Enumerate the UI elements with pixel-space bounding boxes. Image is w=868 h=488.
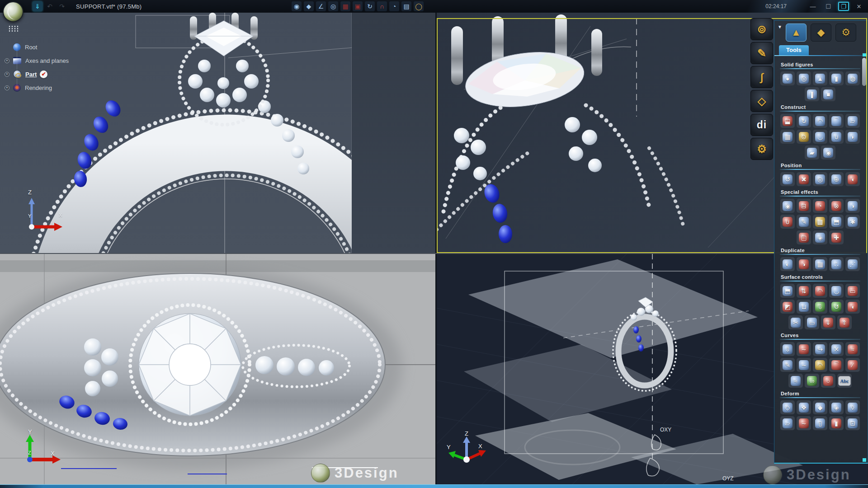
symmetry-icon[interactable]: ◑ [797,257,811,271]
sphere-icon[interactable]: ● [780,71,795,85]
maximize-button[interactable]: ☐ [823,2,834,11]
mirror-icon[interactable]: ◐ [780,257,795,271]
expand-plus-icon[interactable]: + [5,85,9,90]
cam-icon[interactable]: ◔ [389,1,399,11]
pattern-flower-icon[interactable]: ✱ [845,215,860,229]
roll-surface-icon[interactable]: ◖ [845,300,860,314]
cone-icon[interactable]: ▲ [813,71,827,85]
sketch-pencil-icon[interactable]: ✎ [750,42,773,64]
move-rotate-icon[interactable]: ↺ [780,172,795,186]
circle-curve-icon[interactable]: ○ [821,374,835,388]
magnet-icon[interactable]: ∩ [377,1,387,11]
repair-icon[interactable]: ✚ [829,230,844,244]
parametric-gears-icon[interactable]: ⚙ [750,138,773,160]
bounding-box-icon[interactable]: ⊡ [845,416,860,430]
outline-curve-icon[interactable]: ◠ [813,358,827,372]
save-download-icon[interactable]: ⇓ [33,1,42,11]
waves-icon[interactable]: ≈ [788,374,803,388]
deform-crumple-icon[interactable]: ❖ [797,400,811,414]
boolean-subtract-icon[interactable]: ◔ [813,199,827,213]
surface-intersect-icon[interactable]: ✕ [829,342,844,356]
ring-sizer-icon[interactable]: ◎ [328,1,338,11]
viewport-divider-horizontal[interactable] [0,253,868,254]
gem-tools-icon[interactable]: ◆ [811,23,831,42]
gold-ring-icon[interactable]: ◯ [414,1,424,11]
scatter-icon[interactable]: ∴ [829,257,844,271]
deform-spread-icon[interactable]: ◊ [845,400,860,414]
cut-scissors-icon[interactable]: ✂ [788,315,803,329]
twist-icon[interactable]: ↺ [829,300,844,314]
tree-grip-icon[interactable] [8,25,18,32]
cylinder-icon[interactable]: ▮ [829,71,844,85]
free-scale-icon[interactable]: ▢ [797,230,811,244]
panel-scrollbar[interactable] [862,52,866,455]
band-icon[interactable]: ▰ [805,145,819,160]
voronoi-icon[interactable]: ◈ [813,230,827,244]
sweep-icon[interactable]: ◠ [813,114,827,128]
text-curve-icon[interactable]: Abc [837,374,852,388]
caliper-measure-icon[interactable]: ∠ [316,1,326,11]
ring-positioner-icon[interactable]: ◎ [813,172,827,186]
freehand-curve-icon[interactable]: ∼ [797,358,811,372]
paint-deform-icon[interactable]: ✎ [797,215,811,229]
wrap-cube-icon[interactable]: ⬒ [780,284,795,298]
line-array-icon[interactable]: ⋰ [845,257,860,271]
push-cube-icon[interactable]: ⇩ [813,300,827,314]
project-curve-icon[interactable]: ⇩ [780,342,795,356]
cube-icon[interactable]: ■ [821,87,835,101]
dome-push-icon[interactable]: ⇓ [821,315,835,329]
split-icon[interactable]: ◑ [845,199,860,213]
open-box-icon[interactable]: ⊔ [797,300,811,314]
deform-gem-facet-icon[interactable]: ◇ [780,400,795,414]
tab-tools[interactable]: Tools [779,45,809,55]
pipe-icon[interactable]: ⌒ [829,114,844,128]
tree-item-part[interactable]: +Part✔ [5,67,108,81]
tree-item-root[interactable]: Root [5,40,108,54]
torus-icon[interactable]: ◎ [797,71,811,85]
gem-studio-icon[interactable]: ◆ [304,1,314,11]
tree-item-rendering[interactable]: +Rendering [5,81,108,94]
dome-pull-icon[interactable]: ⇑ [837,315,852,329]
delete-object-icon[interactable]: ✖ [797,172,811,186]
corner-cube-icon[interactable]: ◩ [780,300,795,314]
cage-rotate-icon[interactable]: ▮ [829,416,844,430]
deform-plane-icon[interactable]: ▱ [780,416,795,430]
deform-curl-icon[interactable]: ◈ [829,400,844,414]
orbit-move-icon[interactable]: ↻ [365,1,375,11]
assembly-icon[interactable]: ⊕ [829,172,844,186]
deform-bend-gem-icon[interactable]: ◆ [813,400,827,414]
keyhole-profile-icon[interactable]: ⊙ [797,130,811,144]
fold-surface-icon[interactable]: ◠ [813,284,827,298]
expand-plus-icon[interactable]: + [5,58,9,63]
report-icon[interactable]: ▤ [401,1,411,11]
settings-gear-icon[interactable]: ⚙ [835,23,856,42]
curve-pipe-icon[interactable]: ∪ [829,130,844,144]
wedding-rings-icon[interactable]: ⊚ [750,18,773,40]
expand-plus-icon[interactable]: + [5,72,9,77]
hollow-icon[interactable]: ∪ [780,215,795,229]
capsule-icon[interactable]: ❚ [805,87,819,101]
flow-curve-icon[interactable]: ∞ [805,374,819,388]
panel-collapse-caret-icon[interactable]: ▼ [778,24,782,29]
scrollbar-thumb[interactable] [862,58,866,86]
matrix-array-icon[interactable]: ▦ [813,257,827,271]
bend-surface-icon[interactable]: ◡ [829,284,844,298]
cage-move-icon[interactable]: ▯ [813,416,827,430]
deepimage-di-icon[interactable]: di [750,114,773,136]
geodesic-curve-icon[interactable]: ⌒ [829,358,844,372]
layers-icon[interactable]: ▣ [353,1,363,11]
pearls-icon[interactable]: ◉ [292,1,302,11]
u-curve-icon[interactable]: ◡ [813,130,827,144]
subtract-grid-icon[interactable]: ⊟ [797,199,811,213]
sketch-ellipse-icon[interactable]: ✎ [780,358,795,372]
solid-modeling-icon[interactable]: ▲ [786,23,807,42]
ruled-surface-icon[interactable]: ▱ [845,114,860,128]
intersection-icon[interactable]: ⊗ [829,199,844,213]
lattice-icon[interactable]: ▦ [780,130,795,144]
tube-icon[interactable]: ◍ [845,71,860,85]
texture-icon[interactable]: ▩ [813,215,827,229]
control-arrows-icon[interactable]: ⇅ [797,284,811,298]
offset-curve-icon[interactable]: ≈ [845,342,860,356]
bend-place-icon[interactable]: ◖ [845,172,860,186]
curve-on-surface-icon[interactable]: ∼ [797,342,811,356]
